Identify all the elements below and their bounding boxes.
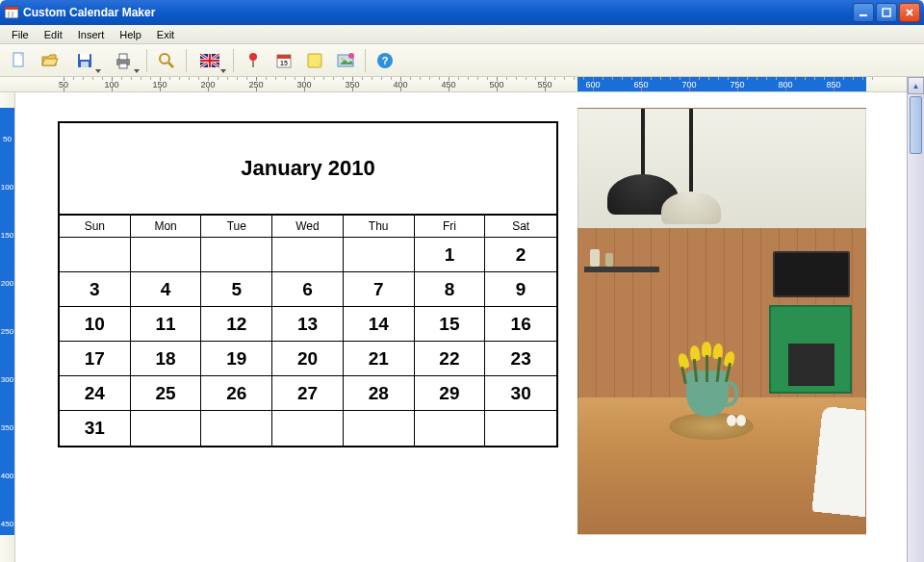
calendar-cell[interactable]: 9: [485, 272, 556, 307]
calendar-cell[interactable]: [485, 411, 556, 446]
menu-exit[interactable]: Exit: [149, 27, 182, 42]
scroll-thumb[interactable]: [910, 96, 922, 154]
calendar-cell[interactable]: [272, 411, 344, 446]
calendar-cell[interactable]: 6: [272, 272, 344, 307]
app-icon: [4, 5, 19, 20]
svg-point-26: [342, 57, 345, 60]
calendar-cell[interactable]: [201, 238, 272, 272]
close-button[interactable]: [899, 3, 920, 22]
pin-button[interactable]: [240, 47, 267, 74]
calendar-cell[interactable]: 30: [485, 376, 556, 411]
svg-rect-1: [5, 7, 18, 10]
calendar-cell[interactable]: [344, 238, 415, 272]
svg-rect-9: [81, 62, 89, 67]
calendar-day-header: Tue: [201, 216, 272, 238]
calendar-cell[interactable]: 2: [485, 238, 556, 272]
calendar-cell[interactable]: 27: [272, 376, 344, 411]
menu-edit[interactable]: Edit: [37, 27, 70, 42]
calendar-cell[interactable]: 11: [131, 307, 202, 342]
calendar-cell[interactable]: 5: [201, 272, 272, 307]
titlebar: Custom Calendar Maker: [0, 0, 924, 25]
svg-point-20: [249, 53, 257, 61]
minimize-button[interactable]: [853, 3, 874, 22]
calendar-cell[interactable]: [201, 411, 272, 446]
calendar-cell[interactable]: [272, 238, 344, 272]
calendar-cell[interactable]: 10: [60, 307, 131, 342]
print-button[interactable]: [106, 47, 141, 74]
calendar-cell[interactable]: 22: [415, 342, 486, 376]
calendar-cell[interactable]: 19: [201, 342, 272, 376]
photo-object[interactable]: [578, 108, 866, 535]
window-title: Custom Calendar Maker: [23, 6, 853, 19]
calendar-cell[interactable]: 29: [415, 376, 486, 411]
vertical-ruler[interactable]: 50100150200250300350400450: [0, 92, 15, 562]
calendar-cell[interactable]: 17: [60, 342, 131, 376]
svg-text:15: 15: [280, 60, 288, 66]
svg-rect-12: [119, 64, 127, 68]
menu-help[interactable]: Help: [112, 27, 149, 42]
svg-line-14: [168, 63, 173, 67]
svg-rect-22: [277, 55, 291, 59]
calendar-cell[interactable]: 23: [485, 342, 556, 376]
svg-rect-8: [80, 54, 90, 60]
svg-text:?: ?: [382, 55, 389, 66]
calendar-cell[interactable]: 12: [201, 307, 272, 342]
calendar-day-header: Fri: [415, 216, 486, 238]
svg-rect-19: [200, 59, 219, 61]
scroll-up-arrow[interactable]: ▲: [908, 77, 924, 94]
vertical-scrollbar[interactable]: ▲: [907, 77, 924, 562]
calendar-grid: SunMonTueWedThuFriSat1234567891011121314…: [60, 216, 556, 446]
calendar-cell[interactable]: 21: [344, 342, 415, 376]
svg-rect-11: [119, 54, 127, 60]
calendar-cell[interactable]: 25: [131, 376, 202, 411]
note-button[interactable]: [301, 47, 328, 74]
open-button[interactable]: [37, 47, 64, 74]
calendar-day-header: Wed: [272, 216, 344, 238]
zoom-button[interactable]: [153, 47, 180, 74]
calendar-cell[interactable]: 20: [272, 342, 344, 376]
calendar-cell[interactable]: 7: [344, 272, 415, 307]
calendar-cell[interactable]: 13: [272, 307, 344, 342]
calendar-icon-button[interactable]: 15: [270, 47, 297, 74]
menubar: File Edit Insert Help Exit: [0, 25, 924, 44]
calendar-title: January 2010: [60, 123, 556, 216]
calendar-cell[interactable]: [131, 411, 202, 446]
calendar-cell[interactable]: 31: [60, 411, 131, 446]
calendar-cell[interactable]: 8: [415, 272, 486, 307]
calendar-cell[interactable]: 1: [415, 238, 486, 272]
calendar-cell[interactable]: 4: [131, 272, 202, 307]
calendar-cell[interactable]: [131, 238, 202, 272]
calendar-day-header: Thu: [344, 216, 415, 238]
toolbar: 15 ?: [0, 44, 924, 77]
calendar-cell[interactable]: 28: [344, 376, 415, 411]
calendar-day-header: Sun: [60, 216, 131, 238]
menu-insert[interactable]: Insert: [70, 27, 113, 42]
calendar-day-header: Mon: [131, 216, 202, 238]
svg-point-27: [348, 53, 354, 59]
svg-rect-5: [883, 9, 890, 16]
calendar-cell[interactable]: 3: [60, 272, 131, 307]
save-button[interactable]: [67, 47, 102, 74]
svg-rect-4: [860, 14, 867, 16]
svg-rect-24: [308, 54, 321, 67]
maximize-button[interactable]: [876, 3, 897, 22]
calendar-day-header: Sat: [485, 216, 556, 238]
calendar-cell[interactable]: 18: [131, 342, 202, 376]
calendar-object[interactable]: January 2010 SunMonTueWedThuFriSat123456…: [58, 121, 558, 447]
new-button[interactable]: [6, 47, 33, 74]
horizontal-ruler[interactable]: 5010015020025030035040045050055060065070…: [0, 77, 924, 92]
help-button[interactable]: ?: [372, 47, 398, 74]
calendar-cell[interactable]: [415, 411, 486, 446]
svg-point-13: [160, 54, 169, 64]
calendar-cell[interactable]: 14: [344, 307, 415, 342]
calendar-cell[interactable]: 15: [415, 307, 486, 342]
document-canvas[interactable]: January 2010 SunMonTueWedThuFriSat123456…: [15, 92, 907, 562]
calendar-cell[interactable]: 16: [485, 307, 556, 342]
calendar-cell[interactable]: 26: [201, 376, 272, 411]
language-button[interactable]: [192, 47, 227, 74]
menu-file[interactable]: File: [4, 27, 37, 42]
image-button[interactable]: [332, 47, 359, 74]
calendar-cell[interactable]: [60, 238, 131, 272]
calendar-cell[interactable]: 24: [60, 376, 131, 411]
calendar-cell[interactable]: [344, 411, 415, 446]
